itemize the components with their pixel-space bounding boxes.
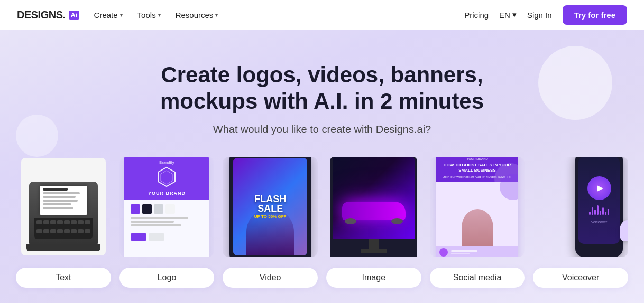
hero-title: Create logos, videos, banners, mockups w… (111, 62, 533, 115)
nav-tools-label: Tools (137, 11, 156, 20)
social-info-bar (436, 246, 518, 257)
typewriter-paper (40, 186, 87, 215)
label-pill-voiceover[interactable]: Voiceover (533, 268, 628, 288)
hero-subtitle: What would you like to create with Desig… (11, 124, 633, 136)
social-speaker-area (436, 182, 518, 257)
card-visual-social: YOUR BRAND HOW TO BOOST SALES IN YOUR SM… (430, 157, 525, 257)
nav-item-resources[interactable]: Resources ▾ (176, 11, 218, 20)
phone-illustration: Voiceover (575, 157, 623, 257)
paper-lines (40, 186, 87, 213)
nav-create-label: Create (94, 11, 118, 20)
logo-card-body (124, 200, 209, 257)
card-item-social[interactable]: YOUR BRAND HOW TO BOOST SALES IN YOUR SM… (430, 157, 525, 257)
social-card-illustration: YOUR BRAND HOW TO BOOST SALES IN YOUR SM… (436, 157, 518, 257)
typewriter-keys (34, 218, 93, 239)
monitor-illustration (330, 157, 417, 257)
hero-section: Create logos, videos, banners, mockups w… (0, 30, 644, 303)
card-item-logo[interactable]: Brandify YOUR BRAND (119, 157, 215, 257)
monitor-base (361, 249, 387, 253)
lang-label: EN (499, 11, 510, 20)
logo-swatch-row (131, 204, 203, 214)
card-item-voiceover[interactable]: Voiceover (533, 157, 628, 257)
label-pill-video[interactable]: Video (223, 268, 318, 288)
typewriter-base (26, 244, 100, 251)
label-pill-social[interactable]: Social media (430, 268, 525, 288)
logo-card-illustration: Brandify YOUR BRAND (124, 157, 209, 257)
social-deco-circle (500, 174, 518, 200)
logo-card-brand-label: Brandify (132, 160, 201, 164)
color-swatch-light (165, 204, 175, 214)
voiceover-composition: Voiceover (575, 157, 623, 257)
nav-left: DESIGNS.Ai Create ▾ Tools ▾ Resources ▾ (17, 9, 218, 21)
phone-screen: Voiceover (578, 157, 620, 244)
typewriter-illustration (21, 158, 106, 255)
social-mini-avatar (439, 248, 448, 257)
logo-text-lines (131, 217, 203, 228)
chevron-down-icon: ▾ (512, 10, 517, 20)
social-brand-label: YOUR BRAND (441, 157, 513, 161)
logo-font-samples (131, 233, 203, 241)
chevron-down-icon: ▾ (158, 12, 161, 18)
logo-text: DESIGNS. (17, 9, 66, 21)
voice-waveform (589, 204, 609, 215)
logo-card-header: Brandify YOUR BRAND (124, 157, 209, 200)
card-item-video[interactable]: FLASH SALE UP TO 50% OFF (223, 157, 318, 257)
color-swatch-dark (142, 204, 152, 214)
card-item-image[interactable] (326, 157, 421, 257)
card-visual-text (16, 157, 111, 257)
try-free-button[interactable]: Try for free (563, 5, 627, 25)
chevron-down-icon: ▾ (120, 12, 123, 18)
color-swatch-purple (131, 204, 140, 214)
voice-circle-icon (587, 176, 611, 200)
nav-right: Pricing EN ▾ Sign In Try for free (464, 5, 627, 25)
flash-sale-text: FLASH SALE (254, 194, 287, 213)
monitor-stand (369, 239, 379, 249)
nav-pricing-link[interactable]: Pricing (464, 11, 489, 20)
card-visual-image (326, 157, 421, 257)
product-cards-row: Brandify YOUR BRAND (11, 157, 633, 257)
logo-card-brand-name: YOUR BRAND (132, 191, 201, 196)
logo-ai-badge: Ai (69, 11, 79, 20)
hexagon-icon (155, 165, 178, 188)
nav-resources-label: Resources (176, 11, 214, 20)
svg-marker-1 (161, 171, 172, 184)
category-labels-row: Text Logo Video Image Social media Voice… (11, 257, 633, 303)
tablet-illustration: FLASH SALE UP TO 50% OFF (229, 157, 311, 257)
logo[interactable]: DESIGNS.Ai (17, 9, 79, 21)
typewriter-body (29, 182, 98, 245)
chevron-down-icon: ▾ (215, 12, 218, 18)
card-visual-logo: Brandify YOUR BRAND (119, 157, 215, 257)
label-pill-image[interactable]: Image (326, 268, 421, 288)
card-visual-voiceover: Voiceover (533, 157, 628, 257)
nav-item-tools[interactable]: Tools ▾ (137, 11, 161, 20)
card-visual-video: FLASH SALE UP TO 50% OFF (223, 157, 318, 257)
monitor-screen (333, 157, 415, 239)
city-glow (333, 217, 415, 239)
label-pill-text[interactable]: Text (16, 268, 111, 288)
social-info-text (451, 250, 477, 254)
navbar: DESIGNS.Ai Create ▾ Tools ▾ Resources ▾ … (0, 0, 644, 30)
label-pill-logo[interactable]: Logo (119, 268, 215, 288)
color-swatch-gray (154, 204, 163, 214)
card-item-text[interactable] (16, 157, 111, 257)
nav-item-create[interactable]: Create ▾ (94, 11, 123, 20)
lang-selector[interactable]: EN ▾ (499, 10, 517, 20)
play-icon (593, 182, 605, 195)
sign-in-link[interactable]: Sign In (527, 11, 552, 20)
voice-label-text: Voiceover (591, 220, 608, 224)
social-person-avatar (462, 209, 493, 246)
tablet-screen: FLASH SALE UP TO 50% OFF (233, 158, 307, 255)
flash-sale-sub: UP TO 50% OFF (254, 214, 287, 219)
svg-marker-2 (597, 185, 603, 192)
